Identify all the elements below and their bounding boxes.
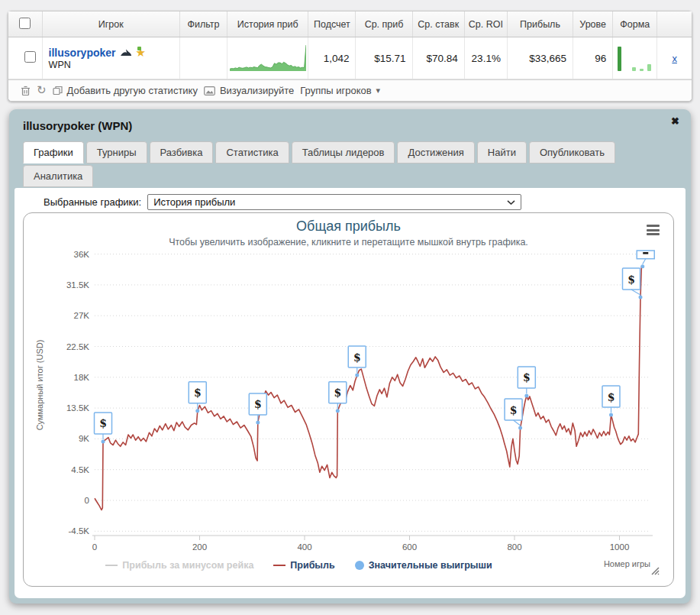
results-table-card: Игрок Фильтр История приб Подсчет Ср. пр… xyxy=(8,11,692,102)
level-value: 96 xyxy=(573,37,613,79)
form-bar xyxy=(618,47,621,71)
legend-item-profit[interactable]: Прибыль xyxy=(273,560,334,571)
resize-grip[interactable] xyxy=(650,565,660,578)
tab-таблицы-лидеров[interactable]: Таблицы лидеров xyxy=(292,141,395,163)
svg-text:0: 0 xyxy=(85,496,89,505)
player-network: WPN xyxy=(49,60,173,70)
player-groups-label: Группы игроков xyxy=(300,85,371,96)
svg-text:22.5K: 22.5K xyxy=(66,342,89,351)
visualize-button[interactable]: Визуализируйте xyxy=(204,85,294,96)
svg-text:1000: 1000 xyxy=(610,542,630,552)
legend-label: Прибыль за минусом рейка xyxy=(122,560,253,571)
tab-графики[interactable]: Графики xyxy=(23,141,84,163)
svg-text:13.5K: 13.5K xyxy=(66,403,89,413)
chart-subtitle: Чтобы увеличить изображение, кликните и … xyxy=(24,237,673,248)
tab-разбивка[interactable]: Разбивка xyxy=(150,141,214,163)
legend-item-rake-adjusted[interactable]: Прибыль за минусом рейка xyxy=(105,560,253,571)
legend-label: Прибыль xyxy=(290,560,334,571)
x-axis-title: Номер игры xyxy=(604,559,650,568)
image-icon xyxy=(204,86,215,95)
graph-select[interactable]: История прибыли xyxy=(147,194,521,210)
table-toolbar: ↻ Добавить другую статистику Визуализиру… xyxy=(8,79,692,101)
svg-text:9K: 9K xyxy=(79,434,89,443)
svg-text:$: $ xyxy=(627,274,635,286)
col-header-form[interactable]: Форма xyxy=(613,11,657,37)
tabs-row-2: Аналитика xyxy=(9,163,691,187)
svg-text:36K: 36K xyxy=(74,250,90,259)
profit-history-cell[interactable] xyxy=(227,37,308,79)
profit-value: $33,665 xyxy=(507,37,573,79)
copy-icon xyxy=(53,86,63,95)
star-badge-icon: ★ xyxy=(136,49,146,57)
legend-item-significant-wins[interactable]: Значительные выигрыши xyxy=(355,560,492,571)
tab-аналитика[interactable]: Аналитика xyxy=(23,165,93,187)
svg-text:$: $ xyxy=(608,391,615,403)
avg-profit-value: $15.71 xyxy=(356,37,412,79)
col-header-history[interactable]: История приб xyxy=(227,11,308,37)
shark-icon xyxy=(120,47,132,57)
svg-text:31.5K: 31.5K xyxy=(66,280,89,290)
page: Игрок Фильтр История приб Подсчет Ср. пр… xyxy=(0,0,700,615)
avg-stake-value: $70.84 xyxy=(412,37,464,79)
svg-text:27K: 27K xyxy=(74,311,90,320)
tab-найти[interactable]: Найти xyxy=(477,141,527,163)
col-header-level[interactable]: Урове xyxy=(573,11,613,37)
graph-selector-label: Выбранные графики: xyxy=(44,196,141,208)
avg-roi-value: 23.1% xyxy=(464,37,507,79)
popup-title: illusorypoker (WPN) xyxy=(9,109,691,132)
svg-text:$: $ xyxy=(99,417,107,429)
svg-text:$: $ xyxy=(254,398,262,410)
svg-text:0: 0 xyxy=(92,542,97,552)
y-axis-title: Суммарный итог (USD) xyxy=(35,340,44,431)
player-groups-dropdown[interactable]: Группы игроков ▾ xyxy=(300,85,380,96)
form-mini-bars xyxy=(616,46,653,71)
col-header-count[interactable]: Подсчет xyxy=(308,11,356,37)
graph-select-value: История прибыли xyxy=(153,196,235,208)
col-header-profit[interactable]: Прибыль xyxy=(507,11,573,37)
svg-text:$: $ xyxy=(353,351,361,364)
col-header-avg-stake[interactable]: Ср. ставк xyxy=(412,11,464,37)
tab-опубликовать[interactable]: Опубликовать xyxy=(529,141,615,163)
player-name-link[interactable]: illusorypoker xyxy=(49,47,116,59)
col-header-player[interactable]: Игрок xyxy=(42,11,179,37)
remove-row-link[interactable]: x xyxy=(672,53,677,64)
legend-label: Значительные выигрыши xyxy=(369,560,492,571)
col-header-remove xyxy=(657,11,692,37)
visualize-label: Визуализируйте xyxy=(220,85,294,96)
table-header-row: Игрок Фильтр История приб Подсчет Ср. пр… xyxy=(8,11,692,37)
dot-swatch-icon xyxy=(355,561,364,570)
chart-title: Общая прибыль xyxy=(24,218,673,235)
svg-text:400: 400 xyxy=(297,542,311,552)
svg-text:-4.5K: -4.5K xyxy=(69,526,90,536)
form-bar xyxy=(647,64,651,70)
row-checkbox[interactable] xyxy=(24,51,36,63)
svg-text:$: $ xyxy=(334,387,341,399)
select-all-checkbox[interactable] xyxy=(19,18,31,29)
popup-content: Выбранные графики: История прибыли 36K31… xyxy=(15,188,685,598)
form-bar xyxy=(640,69,644,71)
trash-icon[interactable] xyxy=(21,86,31,96)
col-header-avg-roi[interactable]: Ср. ROI xyxy=(464,11,507,37)
chevron-down-icon: ▾ xyxy=(376,86,381,95)
profit-chart[interactable]: 36K31.5K27K22.5K18K13.5K9K4.5K0-4.5K0200… xyxy=(24,213,673,586)
col-header-filter[interactable]: Фильтр xyxy=(179,11,227,37)
svg-text:200: 200 xyxy=(192,542,207,552)
refresh-icon[interactable]: ↻ xyxy=(37,83,47,97)
chart-legend: Прибыль за минусом рейка Прибыль Значите… xyxy=(24,560,673,571)
col-header-avg-profit[interactable]: Ср. приб xyxy=(356,11,412,37)
tab-статистика[interactable]: Статистика xyxy=(215,141,289,163)
chart-menu-icon[interactable] xyxy=(647,225,660,238)
svg-text:$: $ xyxy=(523,371,531,384)
player-popup: illusorypoker (WPN) ✖ ГрафикиТурнирыРазб… xyxy=(9,109,691,604)
svg-text:4.5K: 4.5K xyxy=(71,465,89,474)
svg-text:$: $ xyxy=(510,404,518,416)
profit-chart-container: 36K31.5K27K22.5K18K13.5K9K4.5K0-4.5K0200… xyxy=(23,212,674,587)
profit-history-sparkline xyxy=(230,43,306,72)
tab-достижения[interactable]: Достижения xyxy=(397,141,474,163)
svg-text:800: 800 xyxy=(507,542,521,552)
add-stat-label: Добавить другую статистику xyxy=(67,85,198,96)
close-icon[interactable]: ✖ xyxy=(671,115,679,127)
tab-турниры[interactable]: Турниры xyxy=(86,141,147,163)
add-stat-button[interactable]: Добавить другую статистику xyxy=(53,85,198,96)
count-value: 1,042 xyxy=(308,37,356,79)
